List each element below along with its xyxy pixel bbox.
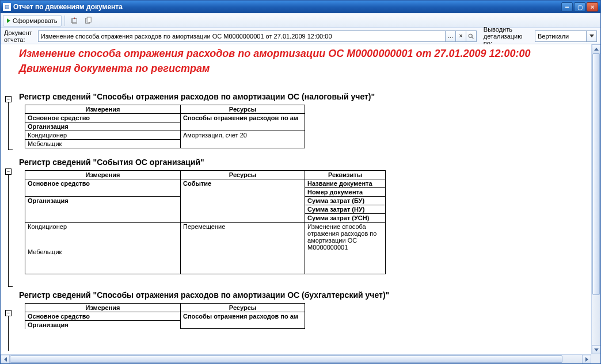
det-row: Сумма затрат (УСН) xyxy=(305,213,386,222)
report-body: Изменение способа отражения расходов по … xyxy=(18,44,591,354)
doc-picker-button[interactable]: … xyxy=(446,30,456,42)
section-header-2: Регистр сведений "События ОС организаций… xyxy=(19,158,589,167)
scroll-left-button[interactable] xyxy=(1,355,10,363)
detail-by-label: Выводить детализацию по: xyxy=(484,26,531,47)
run-button-label: Сформировать xyxy=(13,17,58,24)
outline-toggle-1[interactable]: − xyxy=(5,96,12,102)
vertical-scroll-thumb[interactable] xyxy=(592,53,600,295)
dim-row: Организация xyxy=(25,320,181,329)
det-row: Название документа xyxy=(305,179,386,187)
doc-lookup-button[interactable] xyxy=(466,30,477,42)
section-header-3: Регистр сведений "Способы отражения расх… xyxy=(19,290,589,300)
data-cell: Кондиционер xyxy=(25,131,181,139)
doc-report-label: Документ отчета: xyxy=(4,29,35,43)
col-dimensions: Измерения xyxy=(25,170,181,179)
col-dimensions: Измерения xyxy=(25,105,181,113)
det-row: Номер документа xyxy=(305,187,386,196)
data-cell: Перемещение xyxy=(181,222,305,274)
data-cell: Изменение способа отражения расходов по … xyxy=(305,222,386,274)
col-dimensions: Измерения xyxy=(25,303,181,312)
doc-report-input[interactable] xyxy=(38,30,446,42)
col-resources: Ресурсы xyxy=(181,105,305,113)
maximize-button[interactable]: ▢ xyxy=(574,2,585,12)
section-1-table: Измерения Ресурсы Основное средство Спос… xyxy=(25,105,305,148)
dim-row: Основное средство xyxy=(25,312,181,320)
horizontal-scrollbar[interactable] xyxy=(1,354,591,363)
dim-row: Организация xyxy=(25,122,181,131)
col-resources: Ресурсы xyxy=(181,303,305,312)
outline-column: − − − xyxy=(1,44,18,354)
new-window-button[interactable] xyxy=(68,15,81,26)
svg-rect-2 xyxy=(87,17,91,22)
data-cell: Мебельщик xyxy=(28,248,178,255)
section-3-table: Измерения Ресурсы Основное средство Спос… xyxy=(25,303,305,329)
run-button[interactable]: Сформировать xyxy=(3,15,62,26)
report-area: − − − Изменение способа отражения расход… xyxy=(1,44,600,363)
section-header-1: Регистр сведений "Способы отражения расх… xyxy=(19,92,589,101)
scroll-up-button[interactable] xyxy=(592,44,600,53)
svg-point-3 xyxy=(469,34,473,37)
data-cell: Кондиционер xyxy=(28,223,178,230)
detail-by-select[interactable]: Вертикали xyxy=(535,30,597,42)
doc-clear-button[interactable]: × xyxy=(456,30,466,42)
col-details: Реквизиты xyxy=(305,170,386,179)
report-title: Изменение способа отражения расходов по … xyxy=(19,48,589,60)
copy-button[interactable] xyxy=(82,15,94,26)
minimize-button[interactable]: ━ xyxy=(561,2,573,12)
toolbar-separator xyxy=(64,16,65,26)
col-resources: Ресурсы xyxy=(181,170,305,179)
dim-row: Основное средство xyxy=(28,180,178,187)
det-row: Сумма затрат (БУ) xyxy=(305,196,386,205)
app-icon: ▤ xyxy=(3,3,11,11)
scroll-right-button[interactable] xyxy=(582,355,591,363)
window-title: Отчет по движениям документа xyxy=(13,3,560,11)
outline-toggle-3[interactable]: − xyxy=(5,310,12,316)
dim-row: Организация xyxy=(25,196,181,222)
report-subtitle: Движения документа по регистрам xyxy=(19,63,589,75)
filterbar: Документ отчета: … × Выводить детализаци… xyxy=(1,28,600,44)
dim-row: Основное средство xyxy=(25,113,181,122)
close-button[interactable]: ✕ xyxy=(587,2,598,12)
data-cell: Амортизация, счет 20 xyxy=(181,131,305,148)
detail-by-value: Вертикали xyxy=(535,30,587,42)
section-2-table: Измерения Ресурсы Реквизиты Основное сре… xyxy=(25,170,386,274)
res-row: Способы отражения расходов по ам xyxy=(181,113,305,131)
outline-toggle-2[interactable]: − xyxy=(5,168,12,175)
res-row: Событие xyxy=(181,179,305,222)
det-row: Сумма затрат (НУ) xyxy=(305,205,386,213)
data-cell: Мебельщик xyxy=(25,139,181,148)
res-row: Способы отражения расходов по ам xyxy=(181,312,305,329)
horizontal-scroll-thumb[interactable] xyxy=(10,355,562,363)
svg-line-4 xyxy=(472,37,474,39)
scroll-down-button[interactable] xyxy=(592,345,600,354)
play-icon xyxy=(7,18,10,23)
scroll-corner xyxy=(591,354,600,363)
vertical-scrollbar[interactable] xyxy=(591,44,600,354)
titlebar: ▤ Отчет по движениям документа ━ ▢ ✕ xyxy=(1,1,600,13)
chevron-down-icon[interactable] xyxy=(587,30,597,42)
